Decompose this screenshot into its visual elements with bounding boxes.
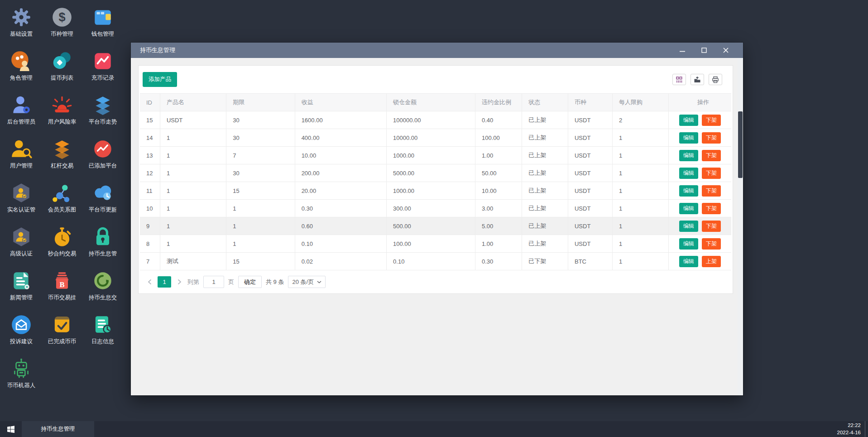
desktop-icon-news-doc[interactable]: 新闻管理 — [1, 264, 42, 307]
off-shelf-button[interactable]: 下架 — [702, 185, 721, 197]
coin-dollar-icon: $ — [51, 6, 73, 29]
edit-button[interactable]: 编辑 — [679, 168, 698, 179]
table-row: 14130400.0010000.00100.00已上架USDT1编辑下架 — [140, 129, 731, 147]
cell-penalty-ratio: 1.00 — [475, 147, 522, 164]
edit-button[interactable]: 编辑 — [679, 132, 698, 144]
desktop-icon-deposit-chart[interactable]: 充币记录 — [82, 44, 123, 88]
goto-page-input[interactable] — [203, 276, 224, 288]
desktop-icon-label: 币币机器人 — [7, 382, 36, 389]
cell-penalty-ratio: 100.00 — [475, 129, 522, 147]
edit-button[interactable]: 编辑 — [679, 256, 698, 267]
desktop-icon-green-circle[interactable]: 持币生息交 — [82, 264, 123, 307]
desktop-icon-log-doc[interactable]: 日志信息 — [82, 307, 123, 351]
print-button[interactable] — [709, 74, 722, 85]
desktop-icon-role-user[interactable]: 角色管理 — [1, 44, 42, 88]
window-titlebar[interactable]: 持币生息管理 — [131, 43, 743, 58]
edit-button[interactable]: 编辑 — [679, 238, 698, 250]
minimize-icon — [680, 48, 685, 53]
off-shelf-button[interactable]: 下架 — [702, 168, 721, 179]
trend-layers-icon — [91, 94, 114, 116]
desktop-icon-check-square[interactable]: 已完成币币 — [42, 307, 82, 351]
chart-circle-icon — [91, 138, 114, 160]
svg-text:$: $ — [58, 10, 65, 24]
start-button[interactable] — [0, 421, 22, 437]
column-header: 每人限购 — [612, 94, 668, 111]
desktop-icon-label: 充币记录 — [91, 74, 114, 82]
cell-id: 7 — [140, 253, 160, 270]
columns-button[interactable] — [672, 74, 686, 85]
off-shelf-button[interactable]: 下架 — [702, 203, 721, 214]
confirm-page-button[interactable]: 确定 — [238, 276, 262, 288]
off-shelf-button[interactable]: 下架 — [702, 221, 721, 232]
off-shelf-button[interactable]: 下架 — [702, 150, 721, 161]
print-icon — [712, 76, 719, 83]
desktop-icon-withdraw-coins[interactable]: 提币列表 — [42, 44, 82, 88]
cell-profit: 0.10 — [295, 235, 386, 253]
scrollbar-thumb[interactable] — [738, 111, 743, 178]
cell-product-name: 1 — [160, 235, 226, 253]
desktop-icon-admin-user[interactable]: 后台管理员 — [1, 88, 42, 132]
prev-page-button[interactable] — [145, 276, 153, 288]
desktop-icon-gear[interactable]: 基础设置 — [1, 0, 42, 44]
next-page-button[interactable] — [175, 276, 183, 288]
chevron-right-icon — [177, 279, 182, 285]
table-header-row: ID产品名期限收益锁仓金额违约金比例状态币种每人限购操作 — [140, 94, 731, 111]
per-page-select[interactable]: 20 条/页 — [288, 276, 326, 288]
desktop-icon-stopwatch[interactable]: 秒合约交易 — [42, 220, 82, 264]
desktop-icon-trend-layers[interactable]: 平台币走势 — [82, 88, 123, 132]
cell-id: 9 — [140, 217, 160, 235]
taskbar-item-active[interactable]: 持币生息管理 — [22, 421, 94, 437]
desktop-icon-coin-dollar[interactable]: $币种管理 — [42, 0, 82, 44]
pagination: 1 到第 页 确定 共 9 条 20 条/页 — [140, 276, 731, 288]
desktop-icon-id-verify[interactable]: 实名认证管 — [1, 176, 42, 220]
minimize-button[interactable] — [671, 43, 693, 58]
toolbar: 添加产品 — [140, 72, 731, 93]
export-icon — [694, 76, 701, 83]
cell-status: 已上架 — [522, 217, 568, 235]
cell-penalty-ratio: 5.00 — [475, 217, 522, 235]
edit-button[interactable]: 编辑 — [679, 150, 698, 161]
cell-lock-amount: 1000.00 — [387, 182, 475, 200]
desktop-icon-wallet[interactable]: 钱包管理 — [82, 0, 123, 44]
on-shelf-button[interactable]: 上架 — [702, 256, 721, 267]
off-shelf-button[interactable]: 下架 — [702, 238, 721, 250]
edit-button[interactable]: 编辑 — [679, 115, 698, 126]
cell-lock-amount: 100000.00 — [387, 111, 475, 129]
add-product-button[interactable]: 添加产品 — [143, 72, 177, 87]
desktop-icon-advanced-verify[interactable]: 高级认证 — [1, 220, 42, 264]
column-header: 操作 — [668, 94, 731, 111]
desktop-icon-leverage-layers[interactable]: 杠杆交易 — [42, 132, 82, 176]
desktop-icon-mail-circle[interactable]: 投诉建议 — [1, 307, 42, 351]
desktop-icon-btc-box[interactable]: B币币交易挂 — [42, 264, 82, 307]
edit-button[interactable]: 编辑 — [679, 185, 698, 197]
table-row: 15USDT301600.00100000.000.40已上架USDT2编辑下架 — [140, 111, 731, 129]
desktop-icon-label: 日志信息 — [91, 338, 114, 346]
cell-actions: 编辑下架 — [668, 129, 731, 147]
off-shelf-button[interactable]: 下架 — [702, 132, 721, 144]
export-button[interactable] — [691, 74, 704, 85]
desktop-icon-label: 币种管理 — [51, 30, 73, 38]
desktop-icon-siren[interactable]: 用户风险率 — [42, 88, 82, 132]
page-unit-label: 页 — [228, 278, 234, 286]
cell-product-name: 1 — [160, 129, 226, 147]
close-button[interactable] — [715, 43, 737, 58]
desktop-icon-robot[interactable]: 币币机器人 — [1, 351, 42, 395]
cell-limit: 2 — [612, 111, 668, 129]
cell-term: 15 — [226, 182, 295, 200]
window-title: 持币生息管理 — [140, 46, 175, 54]
desktop-icon-user-search[interactable]: 用户管理 — [1, 132, 42, 176]
taskbar-clock[interactable]: 22:22 2022-4-16 — [837, 421, 865, 437]
desktop-icon-chart-circle[interactable]: 已添加平台 — [82, 132, 123, 176]
show-desktop-button[interactable] — [865, 421, 868, 437]
edit-button[interactable]: 编辑 — [679, 221, 698, 232]
desktop-icon-lock[interactable]: 持币生息管 — [82, 220, 123, 264]
edit-button[interactable]: 编辑 — [679, 203, 698, 214]
page-number-active[interactable]: 1 — [158, 276, 171, 288]
cell-term: 1 — [226, 200, 295, 217]
desktop-icon-relation-graph[interactable]: 会员关系图 — [42, 176, 82, 220]
cell-id: 8 — [140, 235, 160, 253]
maximize-button[interactable] — [693, 43, 715, 58]
off-shelf-button[interactable]: 下架 — [702, 115, 721, 126]
window-scrollbar[interactable] — [738, 58, 743, 395]
desktop-icon-cloud-refresh[interactable]: 平台币更新 — [82, 176, 123, 220]
